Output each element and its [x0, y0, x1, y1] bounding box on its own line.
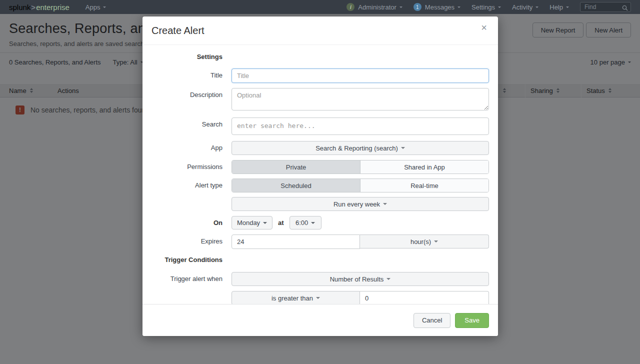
activity-menu-label: Activity: [512, 4, 532, 11]
permissions-label: Permissions: [152, 160, 222, 170]
caret-down-icon: [566, 6, 569, 8]
search-label: Search: [152, 118, 222, 128]
schedule-selector-value: Run every week: [334, 200, 380, 208]
permissions-private-option[interactable]: Private: [232, 160, 360, 174]
time-selector-value: 6:00: [296, 219, 308, 226]
help-menu-label: Help: [550, 4, 563, 11]
caret-down-icon: [383, 203, 387, 205]
expires-unit-selector[interactable]: hour(s): [360, 234, 489, 248]
comparator-value: is greater than: [272, 294, 313, 302]
schedule-selector[interactable]: Run every week: [232, 197, 489, 211]
caret-down-icon: [536, 6, 538, 8]
description-label: Description: [152, 88, 222, 98]
user-menu-label: Administrator: [358, 4, 396, 11]
settings-menu-label: Settings: [472, 4, 495, 11]
title-input[interactable]: [232, 68, 489, 83]
caret-down-icon: [434, 240, 438, 242]
search-input[interactable]: [232, 118, 489, 135]
apps-menu-label: Apps: [86, 4, 100, 11]
threshold-input[interactable]: [360, 291, 489, 304]
trigger-when-selector[interactable]: Number of Results: [232, 272, 489, 286]
trigger-when-value: Number of Results: [330, 276, 384, 283]
app-selector[interactable]: Search & Reporting (search): [232, 141, 489, 155]
settings-menu[interactable]: Settings: [472, 4, 501, 11]
caret-down-icon: [401, 147, 405, 149]
alert-type-label: Alert type: [152, 178, 222, 189]
alert-type-toggle: Scheduled Real-time: [232, 178, 489, 192]
time-selector[interactable]: 6:00: [290, 216, 322, 230]
settings-heading: Settings: [152, 53, 222, 60]
caret-down-icon: [498, 6, 501, 8]
description-input[interactable]: [232, 88, 489, 110]
trigger-conditions-heading: Trigger Conditions: [152, 256, 222, 264]
expires-input[interactable]: [232, 234, 360, 249]
user-avatar-icon: i: [346, 3, 354, 11]
logo-separator: >: [31, 3, 36, 12]
apps-menu[interactable]: Apps: [86, 4, 106, 11]
comparator-spacer: [152, 291, 222, 294]
title-label: Title: [152, 68, 222, 79]
user-menu[interactable]: i Administrator: [346, 3, 402, 11]
at-label: at: [278, 219, 284, 226]
caret-down-icon: [263, 222, 267, 224]
help-menu[interactable]: Help: [550, 4, 569, 11]
caret-down-icon: [311, 222, 315, 224]
modal-body: Settings Title Description Search App: [142, 45, 498, 304]
trigger-when-label: Trigger alert when: [152, 272, 222, 282]
comparator-selector[interactable]: is greater than: [232, 291, 360, 304]
caret-down-icon: [316, 297, 320, 299]
close-icon[interactable]: ×: [481, 22, 487, 32]
day-selector-value: Monday: [237, 219, 260, 226]
create-alert-modal: Create Alert × Settings Title Descriptio…: [142, 16, 498, 336]
day-selector[interactable]: Monday: [232, 216, 272, 230]
messages-menu[interactable]: 1 Messages: [414, 3, 460, 11]
app-selector-value: Search & Reporting (search): [316, 144, 398, 152]
schedule-spacer: [152, 197, 222, 200]
caret-down-icon: [386, 278, 390, 280]
search-icon: [622, 4, 628, 13]
messages-menu-label: Messages: [425, 4, 454, 11]
modal-title: Create Alert: [152, 25, 204, 36]
alert-type-realtime-option[interactable]: Real-time: [360, 179, 488, 192]
expires-unit-value: hour(s): [410, 238, 431, 246]
logo-brand: splunk: [9, 3, 30, 12]
messages-count-badge: 1: [414, 3, 422, 11]
permissions-toggle: Private Shared in App: [232, 160, 489, 174]
top-navigation-bar: splunk>enterprise Apps i Administrator 1…: [0, 0, 640, 14]
caret-down-icon: [458, 6, 460, 8]
alert-type-scheduled-option[interactable]: Scheduled: [232, 179, 360, 192]
on-label: On: [152, 219, 222, 226]
expires-label: Expires: [152, 234, 222, 245]
logo-product: enterprise: [36, 3, 70, 12]
caret-down-icon: [103, 6, 106, 8]
app-label: App: [152, 141, 222, 152]
activity-menu[interactable]: Activity: [512, 4, 538, 11]
caret-down-icon: [400, 6, 402, 8]
permissions-shared-option[interactable]: Shared in App: [360, 160, 488, 174]
splunk-logo[interactable]: splunk>enterprise: [9, 3, 70, 12]
save-button[interactable]: Save: [455, 313, 489, 328]
cancel-button[interactable]: Cancel: [414, 313, 450, 328]
